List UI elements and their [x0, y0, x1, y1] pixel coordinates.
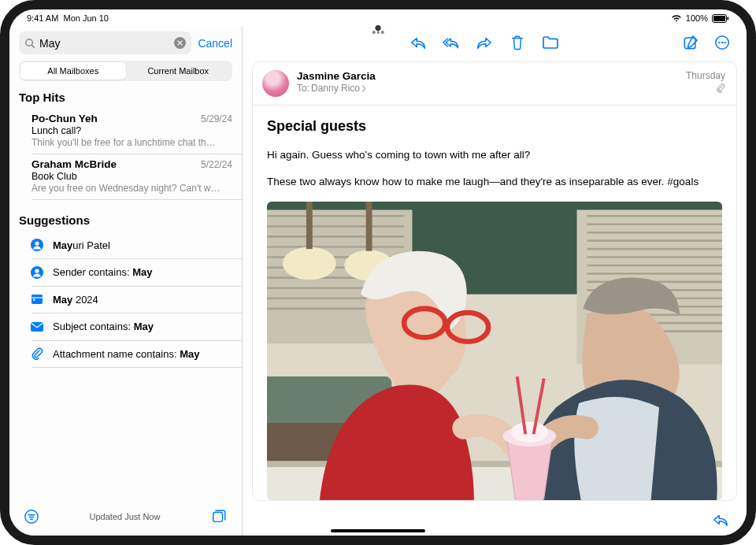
svg-rect-1 [713, 16, 725, 21]
svg-rect-13 [33, 299, 35, 301]
message-footer [243, 509, 747, 536]
chevron-right-icon [361, 85, 367, 92]
attachment-icon [30, 347, 44, 361]
message-date: Thursday [686, 70, 725, 81]
hit-sender: Po-Chun Yeh [32, 113, 98, 124]
svg-line-64 [444, 323, 448, 325]
scope-current-mailbox[interactable]: Current Mailbox [126, 62, 232, 80]
suggestion-item[interactable]: Attachment name contains: May [9, 340, 242, 367]
front-camera [376, 25, 381, 31]
svg-rect-57 [366, 202, 372, 251]
top-hits-header: Top Hits [9, 89, 242, 109]
trash-icon[interactable] [509, 35, 526, 50]
person-icon [30, 265, 44, 280]
compose-icon[interactable] [682, 35, 699, 50]
hit-date: 5/29/24 [201, 113, 232, 124]
hit-preview: Think you'll be free for a lunchtime cha… [32, 137, 232, 148]
status-date: Mon Jun 10 [63, 13, 108, 23]
sidebar: May Cancel All Mailboxes Current Mailbox… [9, 27, 243, 536]
search-input[interactable]: May [19, 32, 191, 54]
message-from[interactable]: Jasmine Garcia [297, 70, 678, 82]
svg-point-22 [718, 42, 720, 43]
suggestion-item[interactable]: Subject contains: May [9, 313, 242, 340]
suggestion-label: Subject contains: May [53, 321, 232, 332]
svg-line-4 [32, 45, 34, 47]
svg-rect-10 [32, 295, 43, 298]
svg-point-6 [35, 241, 39, 245]
suggestion-label: Sender contains: May [53, 266, 232, 278]
sidebar-footer: Updated Just Now [9, 502, 242, 536]
svg-rect-19 [213, 513, 223, 522]
attachment-image[interactable] [267, 202, 722, 500]
forward-icon[interactable] [476, 35, 493, 50]
reply-icon[interactable] [410, 35, 427, 50]
status-bar: 9:41 AM Mon Jun 10 100% [9, 9, 747, 27]
svg-point-24 [724, 42, 725, 43]
reply-icon[interactable] [712, 513, 729, 527]
hit-subject: Lunch call? [32, 125, 232, 136]
search-hit[interactable]: Graham McBride5/22/24 Book Club Are you … [9, 154, 242, 199]
search-icon [24, 38, 35, 49]
message-toolbar [243, 27, 747, 58]
home-indicator[interactable] [331, 529, 425, 532]
compose-stack-icon[interactable] [210, 509, 228, 525]
suggestion-label: May 2024 [53, 294, 232, 306]
hit-date: 5/22/24 [201, 159, 232, 170]
move-folder-icon[interactable] [542, 35, 559, 50]
svg-rect-55 [306, 202, 313, 249]
svg-point-23 [721, 42, 723, 43]
message-pane: Jasmine Garcia To: Danny Rico Thursday [243, 27, 747, 536]
calendar-icon [30, 292, 44, 306]
battery-percent: 100% [686, 13, 708, 23]
message-body: Hi again. Guess who's coming to town wit… [267, 147, 722, 200]
suggestions-header: Suggestions [9, 212, 242, 232]
status-time: 9:41 AM [27, 13, 58, 23]
suggestion-item[interactable]: Sender contains: May [9, 259, 242, 286]
scope-all-mailboxes[interactable]: All Mailboxes [20, 62, 126, 80]
search-text: May [39, 37, 174, 50]
search-hit[interactable]: Po-Chun Yeh5/29/24 Lunch call? Think you… [9, 109, 242, 154]
svg-point-66 [511, 422, 548, 443]
hit-preview: Are you free on Wednesday night? Can't w… [32, 183, 232, 194]
sender-avatar[interactable] [262, 70, 289, 97]
reply-all-icon[interactable] [443, 35, 460, 50]
suggestion-item[interactable]: May 2024 [9, 286, 242, 313]
clear-search-button[interactable] [174, 37, 186, 49]
wifi-icon [671, 14, 682, 22]
envelope-icon [30, 320, 44, 334]
svg-rect-2 [728, 17, 729, 20]
search-scope-segment[interactable]: All Mailboxes Current Mailbox [19, 61, 232, 81]
filter-icon[interactable] [24, 509, 39, 525]
attachment-icon [686, 83, 725, 95]
message-to[interactable]: To: Danny Rico [297, 83, 678, 94]
cancel-search-button[interactable]: Cancel [198, 37, 232, 50]
person-icon [30, 238, 44, 252]
sync-status: Updated Just Now [39, 512, 210, 521]
suggestion-label: Mayuri Patel [53, 239, 232, 251]
hit-sender: Graham McBride [32, 158, 117, 170]
svg-point-8 [35, 269, 39, 272]
message-subject: Special guests [267, 118, 722, 135]
svg-point-54 [283, 247, 336, 280]
hit-subject: Book Club [32, 171, 232, 182]
suggestion-label: Attachment name contains: May [53, 348, 232, 360]
suggestion-item[interactable]: Mayuri Patel [9, 232, 242, 258]
more-icon[interactable] [713, 35, 731, 50]
battery-icon [712, 14, 729, 23]
